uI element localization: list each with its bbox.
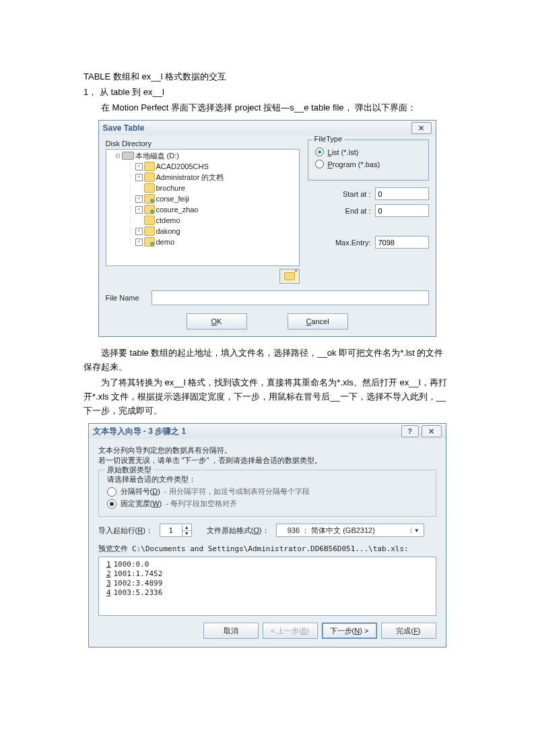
line-text: 1003:5.2336	[114, 588, 163, 598]
max-entry-input[interactable]	[375, 236, 429, 249]
preview-line: 11000:0.0	[99, 560, 436, 569]
tree-node-label: Administrator 的文档	[156, 172, 224, 183]
dialog2-title: 文本导入向导 - 3 步骤之 1	[93, 426, 187, 437]
save-table-dialog: Save Table ✕ Disk Directory ⊟本地磁盘 (D:)⋮+…	[98, 120, 436, 337]
max-entry-row: Max.Entry:	[308, 236, 429, 249]
line-number: 3	[99, 579, 111, 588]
line-text: 1001:1.7452	[114, 569, 163, 579]
new-folder-button[interactable]	[279, 269, 300, 284]
wizard-line1: 文本分列向导判定您的数据具有分隔符。	[98, 445, 436, 455]
tree-node[interactable]: ⋮+demo	[107, 237, 298, 247]
drive-icon	[122, 152, 134, 160]
doc-title: TABLE 数组和 ex__l 格式数据的交互	[84, 70, 450, 84]
tree-node[interactable]: ⋮+ACAD2005CHS	[107, 161, 298, 172]
opt2-desc: - 每列字段加空格对齐	[166, 499, 237, 509]
filename-row: File Name	[106, 290, 429, 305]
filename-input[interactable]	[152, 290, 429, 305]
radio-icon	[315, 148, 324, 156]
tree-node-label: 本地磁盘 (D:)	[135, 151, 179, 161]
fixed-width-option[interactable]: 固定宽度(W) - 每列字段加空格对齐	[107, 499, 428, 509]
sec1: 1， 从 table 到 ex__l	[84, 86, 450, 100]
preview-box[interactable]: 11000:0.021001:1.745231002:3.489941003:5…	[98, 557, 436, 616]
filename-label: File Name	[106, 294, 146, 302]
end-at-row: End at :	[308, 204, 429, 217]
folder-icon	[144, 194, 155, 203]
line-text: 1000:0.0	[114, 560, 149, 569]
finish-button[interactable]: 完成(F)	[381, 623, 436, 639]
p1: 在 Motion Perfect 界面下选择选择 project 按钮—s__e…	[84, 101, 450, 115]
folder-icon	[144, 226, 155, 236]
wizard-line2: 若一切设置无误，请单击 "下一步" ，否则请选择最合适的数据类型。	[98, 455, 436, 466]
filetype-list-option[interactable]: List (*.lst)	[315, 148, 422, 156]
group-subtitle: 请选择最合适的文件类型：	[107, 474, 428, 484]
filetype-legend: FileType	[312, 135, 345, 143]
filetype-program-option[interactable]: Program (*.bas)	[315, 160, 422, 168]
opt1-desc: - 用分隔字符，如逗号或制表符分隔每个字段	[164, 486, 310, 497]
tree-node[interactable]: ⊟本地磁盘 (D:)	[107, 150, 298, 161]
tree-node-label: cosure_zhao	[156, 206, 199, 214]
spinner-down-icon[interactable]: ▼	[182, 531, 191, 536]
folder-icon	[144, 237, 155, 247]
start-at-label: Start at :	[331, 190, 371, 198]
start-row-input[interactable]	[160, 526, 182, 535]
folder-icon	[144, 183, 155, 193]
expand-icon[interactable]: +	[135, 239, 143, 246]
spinner-up-icon[interactable]: ▲	[182, 525, 191, 531]
p3: 为了将其转换为 ex__l 格式，找到该文件，直接将其重命名为*.xls。然后打…	[84, 376, 450, 418]
next-button[interactable]: 下一步(N) >	[322, 623, 377, 639]
expand-icon[interactable]: +	[135, 163, 143, 170]
radio-icon	[107, 499, 116, 509]
delimited-option[interactable]: 分隔符号(D) - 用分隔字符，如逗号或制表符分隔每个字段	[107, 486, 428, 497]
back-button: < 上一步(B)	[263, 623, 318, 639]
line-text: 1002:3.4899	[114, 579, 163, 588]
dialog2-titlebar: 文本导入向导 - 3 步骤之 1 ? ✕	[89, 424, 446, 439]
tree-node[interactable]: ⋮ ctdemo	[107, 215, 298, 226]
tree-node[interactable]: ⋮+cosure_zhao	[107, 204, 298, 215]
max-entry-label: Max.Entry:	[328, 239, 371, 247]
dialog-title: Save Table	[103, 123, 145, 133]
help-icon[interactable]: ?	[401, 425, 419, 437]
folder-icon	[144, 172, 155, 182]
close-icon[interactable]: ✕	[422, 425, 442, 437]
folder-icon	[144, 162, 155, 171]
folder-icon	[144, 205, 155, 214]
start-at-row: Start at :	[308, 187, 429, 200]
p2-a: 选择要 table 数组的起止地址，填入文件名，选择路径，__ok 即可把文件名…	[84, 346, 450, 375]
expand-icon[interactable]: +	[135, 174, 143, 181]
preview-line: 41003:5.2336	[99, 588, 436, 598]
end-at-input[interactable]	[375, 204, 429, 217]
collapse-icon: ⊟	[115, 152, 121, 159]
tree-node-label: ctdemo	[156, 216, 180, 224]
tree-node-label: ACAD2005CHS	[156, 162, 209, 170]
tree-node[interactable]: ⋮+corse_feiji	[107, 193, 298, 204]
text-import-wizard-dialog: 文本导入向导 - 3 步骤之 1 ? ✕ 文本分列向导判定您的数据具有分隔符。 …	[88, 423, 446, 648]
cancel-button[interactable]: Cancel	[288, 313, 348, 329]
ok-button[interactable]: OK	[187, 313, 247, 329]
expand-icon[interactable]: +	[135, 206, 143, 214]
line-number: 1	[99, 560, 111, 569]
start-at-input[interactable]	[375, 187, 429, 200]
cancel-button[interactable]: 取消	[203, 623, 259, 639]
dialog-titlebar: Save Table ✕	[99, 121, 436, 135]
preview-label: 预览文件 C:\Documents and Settings\Administr…	[98, 544, 436, 554]
tree-node[interactable]: ⋮+dakong	[107, 226, 298, 237]
start-row-spinner[interactable]: ▲▼	[160, 524, 192, 537]
original-data-type-group: 原始数据类型 请选择最合适的文件类型： 分隔符号(D) - 用分隔字符，如逗号或…	[98, 470, 436, 517]
file-origin-combo[interactable]: 936 ： 简体中文 (GB2312) ▼	[276, 524, 424, 537]
tree-node[interactable]: ⋮+Administrator 的文档	[107, 172, 298, 183]
preview-line: 31002:3.4899	[99, 579, 436, 588]
filetype-group: FileType List (*.lst) Program (*.bas)	[308, 139, 429, 181]
line-number: 2	[99, 569, 111, 579]
radio-icon	[107, 487, 116, 497]
expand-icon[interactable]: +	[135, 195, 143, 203]
tree-node[interactable]: ⋮ brochure	[107, 183, 298, 193]
disk-directory-label: Disk Directory	[106, 139, 300, 148]
preview-line: 21001:1.7452	[99, 569, 436, 579]
line-number: 4	[99, 588, 111, 598]
chevron-down-icon: ▼	[411, 528, 422, 534]
tree-node-label: dakong	[156, 227, 180, 235]
expand-icon[interactable]: +	[135, 228, 143, 235]
tree-node-label: demo	[156, 238, 175, 246]
close-icon[interactable]: ✕	[411, 122, 432, 134]
directory-tree[interactable]: ⊟本地磁盘 (D:)⋮+ACAD2005CHS⋮+Administrator 的…	[106, 149, 300, 266]
